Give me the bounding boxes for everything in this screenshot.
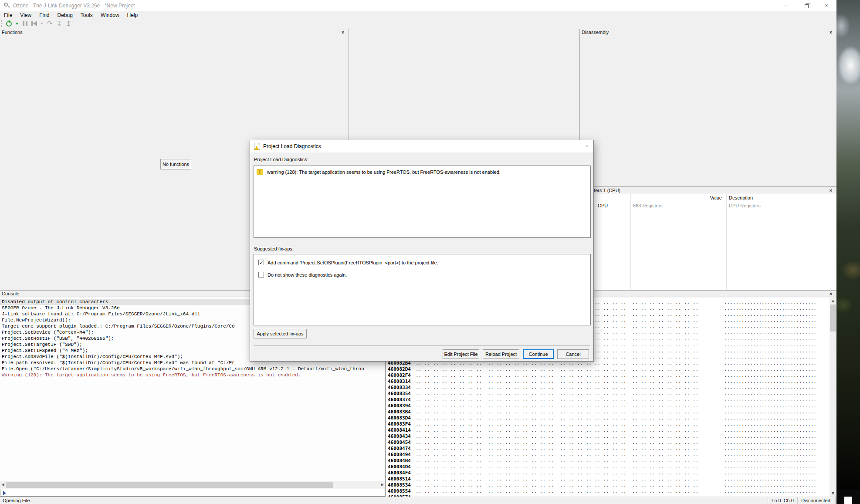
menu-item-help[interactable]: Help (123, 11, 142, 19)
step-back-button[interactable] (31, 20, 37, 27)
memory-row: 460084D4.. .. .. .. .. .. .. .. .. .. ..… (386, 464, 830, 470)
minimize-icon (784, 6, 789, 6)
memory-address: 46008474 (388, 446, 416, 452)
memory-ascii: ................................ (724, 421, 816, 427)
apply-fixups-button[interactable]: Apply selected fix-ups (254, 329, 307, 338)
console-line[interactable]: Warning (128): The target application se… (0, 372, 385, 378)
step-out-button[interactable]: ↥ (66, 20, 71, 27)
memory-hex-bytes: .. .. .. .. .. .. .. .. .. .. .. .. .. .… (416, 379, 698, 384)
register-value: 663 Registers (633, 203, 663, 208)
scrollbar-thumb[interactable] (6, 482, 333, 488)
console-dock-close-button[interactable]: × (828, 291, 834, 297)
memory-ascii: ................................ (724, 446, 816, 452)
menu-item-file[interactable]: File (0, 11, 16, 19)
description-column-header: Description (729, 195, 753, 200)
scroll-up-icon[interactable]: ▲ (830, 298, 836, 304)
power-button[interactable] (6, 20, 12, 27)
memory-ascii: ................................ (724, 354, 816, 360)
memory-row: 46008554.. .. .. .. .. .. .. .. .. .. ..… (386, 488, 830, 494)
memory-hex-bytes: .. .. .. .. .. .. .. .. .. .. .. .. .. .… (416, 446, 698, 451)
toolbar-grip[interactable] (1, 20, 3, 27)
memory-address: 46008494 (388, 452, 416, 458)
checkbox-unchecked-icon[interactable] (258, 272, 264, 277)
disassembly-panel-title: Disassembly (582, 30, 609, 35)
scroll-left-icon[interactable]: ◀ (0, 481, 6, 488)
minimize-button[interactable] (776, 0, 796, 11)
scroll-right-icon[interactable]: ▶ (379, 481, 385, 488)
edit-project-file-button[interactable]: Edit Project File (443, 349, 479, 359)
fixup-dont-show-row[interactable]: Do not show these diagnostics again. (258, 272, 347, 277)
memory-address: 46008434 (388, 433, 416, 440)
dialog-close-icon: × (586, 142, 589, 149)
memory-hex-bytes: .. .. .. .. .. .. .. .. .. .. .. .. .. .… (416, 433, 698, 439)
memory-hex-bytes: .. .. .. .. .. .. .. .. .. .. .. .. .. .… (416, 372, 698, 378)
run-to-icon: ↷ (47, 20, 53, 27)
register-row-cpu[interactable]: CPU 663 Registers CPU Registers (580, 202, 836, 210)
menu-item-debug[interactable]: Debug (53, 11, 76, 19)
registers-close-button[interactable]: × (828, 187, 834, 193)
memory-ascii: ................................ (724, 336, 816, 342)
memory-hex-bytes: .. .. .. .. .. .. .. .. .. .. .. .. .. .… (416, 391, 698, 396)
run-to-button[interactable]: ↷ (47, 20, 53, 27)
warning-list-item[interactable]: ! warning (128): The target application … (257, 169, 501, 175)
memory-ascii: ................................ (724, 452, 816, 458)
memory-ascii: ................................ (724, 330, 816, 336)
disassembly-panel-header: Disassembly × (580, 29, 836, 36)
memory-scrollbar[interactable]: ▲ ▼ (830, 298, 836, 497)
memory-hex-bytes: .. .. .. .. .. .. .. .. .. .. .. .. .. .… (416, 488, 698, 494)
diagnostics-label: Project Load Diagnostics: (254, 157, 308, 162)
functions-close-button[interactable]: × (340, 29, 346, 35)
console-panel-title: Console (2, 291, 19, 296)
memory-row: 46008454.. .. .. .. .. .. .. .. .. .. ..… (386, 440, 830, 446)
memory-hex-bytes: .. .. .. .. .. .. .. .. .. .. .. .. .. .… (416, 482, 698, 488)
memory-address: 46008534 (388, 482, 416, 488)
memory-hex-bytes: .. .. .. .. .. .. .. .. .. .. .. .. .. .… (416, 366, 698, 372)
step-back-dropdown-button[interactable] (40, 20, 43, 27)
menu-item-tools[interactable]: Tools (77, 11, 97, 19)
scroll-down-icon[interactable]: ▼ (830, 490, 836, 497)
console-line[interactable]: File.Open ("C:/Users/latanner/Simplicity… (0, 366, 385, 372)
restore-button[interactable] (796, 0, 816, 11)
menu-item-view[interactable]: View (16, 11, 35, 19)
step-back-dropdown-icon (41, 23, 43, 24)
warning-text: warning (128): The target application se… (267, 169, 501, 175)
memory-ascii: ................................ (724, 311, 816, 318)
memory-address: 46008514 (388, 476, 416, 482)
pause-button[interactable] (23, 20, 27, 27)
memory-ascii: ................................ (724, 476, 816, 482)
status-message: Opening File.... (3, 498, 35, 503)
disassembly-close-button[interactable]: × (828, 29, 834, 35)
scrollbar-thumb[interactable] (830, 304, 836, 331)
memory-ascii: ................................ (724, 379, 816, 385)
windows-logo-icon (844, 497, 852, 504)
memory-hex-bytes: .. .. .. .. .. .. .. .. .. .. .. .. .. .… (416, 458, 698, 463)
memory-ascii: ................................ (724, 464, 816, 470)
console-hscrollbar[interactable]: ◀ ▶ (0, 481, 385, 488)
memory-row: 46008394.. .. .. .. .. .. .. .. .. .. ..… (386, 403, 830, 409)
step-out-icon: ↥ (66, 20, 71, 27)
memory-ascii: ................................ (724, 305, 816, 311)
menu-item-window[interactable]: Window (97, 11, 123, 19)
continue-button[interactable]: Continue (523, 349, 554, 359)
fixup-add-command-row[interactable]: ✓ Add command 'Project.SetOSPlugin(FreeR… (258, 260, 438, 265)
fixup-add-command-label: Add command 'Project.SetOSPlugin(FreeRTO… (267, 260, 438, 265)
step-into-button[interactable]: ↧ (57, 20, 62, 27)
close-button[interactable]: × (816, 0, 836, 11)
dialog-title-bar: Project Load Diagnostics × (250, 140, 593, 152)
column-divider (630, 194, 631, 290)
console-command-input[interactable] (0, 489, 385, 497)
memory-ascii: ................................ (724, 299, 816, 305)
checkbox-checked-icon[interactable]: ✓ (258, 260, 264, 265)
toolbar: ↷ ↧ ↥ (0, 19, 836, 28)
fixups-label: Suggested fix-ups: (254, 246, 294, 251)
reload-project-button[interactable]: Reload Project (483, 349, 519, 359)
memory-address: 46008394 (388, 403, 416, 409)
memory-ascii: ................................ (724, 488, 816, 494)
power-dropdown-button[interactable] (14, 20, 19, 27)
cancel-button[interactable]: Cancel (557, 349, 589, 359)
menu-item-find[interactable]: Find (35, 11, 53, 19)
memory-hex-bytes: .. .. .. .. .. .. .. .. .. .. .. .. .. .… (416, 421, 698, 427)
memory-address: 460084B4 (388, 458, 416, 464)
memory-row: 46008434.. .. .. .. .. .. .. .. .. .. ..… (386, 433, 830, 440)
pause-icon (23, 21, 27, 26)
